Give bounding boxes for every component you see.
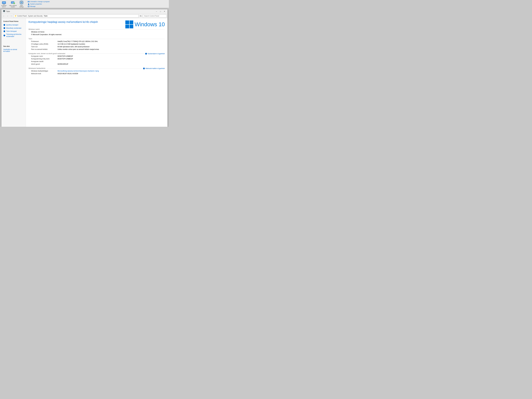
window-titlebar: 🖥️ Tizim ─ □ ✕: [1, 9, 167, 14]
address-bar: ← → ↑ 📁 Control Panel › System and Secur…: [1, 14, 167, 18]
pero-row: Pero va sensorli kiritish: Ushbu monitor…: [29, 48, 165, 50]
svg-rect-2: [3, 4, 5, 4]
copyright-text: © Microsoft Corporation. All rights rese…: [31, 34, 62, 36]
kompyuter-section: Kompyuter nomi, domen va ishchi guruh so…: [29, 53, 165, 65]
ishchi-guruh-row: Ishchi guruh: WORKGROUP: [29, 63, 165, 65]
open-settings-label: OpenSettings: [19, 5, 24, 7]
sidebar-item-qoshimcha[interactable]: Tizimning qo'shimcha sozlamalari: [1, 33, 26, 38]
svg-text:+: +: [14, 3, 14, 4]
toliq-nomi-value: DESKTOP-KJNBEGP: [57, 58, 73, 60]
shield-icon-qurilma: [3, 24, 5, 26]
maximize-button[interactable]: □: [159, 10, 162, 13]
forward-button[interactable]: →: [6, 14, 9, 18]
change-settings-button[interactable]: Sozlamalarni o'zgartirish: [145, 53, 165, 55]
search-input[interactable]: [143, 14, 167, 18]
shield-icon-qoshimcha: [3, 34, 5, 37]
sidebar-xavfsizlik-link[interactable]: Xavfsizlik va xizmat ko'rsatish: [1, 48, 26, 53]
windows-version-row: Windows 10 Home: [29, 31, 165, 33]
tizim-turi-label: Tizim turi:: [31, 46, 57, 48]
system-properties-link[interactable]: System properties: [28, 3, 50, 5]
page-header: Kompyuteringiz haqidagi asosiy ma'lumotl…: [29, 20, 165, 28]
svg-point-11: [21, 2, 22, 3]
tizim-section: Tizim Protsessor: Intel(R) Core(TM) i7-7…: [29, 38, 165, 50]
toliq-nomi-label: Kompyuterning to'liq nomi:: [31, 58, 57, 60]
window-controls: ─ □ ✕: [155, 10, 166, 13]
sidebar-item-himoya[interactable]: Tizim himoyasi: [1, 30, 26, 33]
breadcrumb-control-panel[interactable]: Control Panel: [17, 15, 27, 17]
system-window: 🖥️ Tizim ─ □ ✕ ← → ↑ 📁 Control Panel › S…: [1, 9, 168, 127]
mahsulot-change-label: Mahsulot kalitini o'zgartirish: [146, 68, 165, 70]
close-button[interactable]: ✕: [163, 10, 166, 13]
svg-rect-13: [28, 1, 29, 2]
svg-rect-1: [3, 2, 5, 3]
refresh-button[interactable]: ↻: [139, 14, 142, 18]
faollashtirilgan-label: Windows faollashtirilgan: [31, 70, 57, 72]
shield-icon-himoya: [3, 30, 5, 32]
mahsulot-icon: [143, 67, 145, 70]
protsessor-value: Intel(R) Core(TM) i7-7700HQ CPU @ 2.80GH…: [57, 40, 98, 42]
kompyuter-nomi-label: Kompyuter nomi:: [31, 55, 57, 57]
sidebar: Control Panel Home Qurilma menejeri Maso…: [1, 18, 26, 127]
kompyuter-nomi-row: Kompyuter nomi: DESKTOP-KJNBEGP: [29, 55, 165, 57]
pero-value: Ushbu monitor uchun pero va sensorli kir…: [57, 48, 99, 50]
ram-row: O'rnatilgan xotira (RAM): 12.0 GB (11.9 …: [29, 43, 165, 45]
tizim-header: Tizim: [29, 38, 165, 40]
mahsulot-kodi-row: Mahsulot kodi: 00325-96197-05191-AAOEM: [29, 73, 165, 75]
toliq-nomi-row: Kompyuterning to'liq nomi: DESKTOP-KJNBE…: [29, 58, 165, 60]
minimize-button[interactable]: ─: [155, 10, 158, 13]
faollashtirilgan-row: Windows faollashtirilgan Microsoftning d…: [29, 70, 165, 72]
mahsulot-kodi-label: Mahsulot kodi:: [31, 73, 57, 75]
content-area: Control Panel Home Qurilma menejeri Maso…: [1, 18, 167, 127]
win-tile-2: [130, 20, 133, 24]
sidebar-item-qurilma[interactable]: Qurilma menejeri: [1, 23, 26, 26]
protsessor-label: Protsessor:: [31, 40, 57, 42]
ram-value: 12.0 GB (11.9 GB foydalanish mumkin): [57, 43, 85, 45]
mahsulot-change-button[interactable]: Mahsulot kalitini o'zgartirish: [143, 67, 165, 70]
window-title-icon: 🖥️: [3, 10, 5, 13]
back-button[interactable]: ←: [2, 14, 5, 18]
page-title: Kompyuteringiz haqidagi asosiy ma'lumotl…: [29, 20, 123, 24]
breadcrumb-system-security[interactable]: System and Security: [28, 15, 43, 17]
svg-rect-3: [3, 4, 5, 5]
manage-link[interactable]: Manage: [28, 5, 50, 7]
sidebar-item-masofaviy[interactable]: Masofaviy sozlamalar: [1, 26, 26, 30]
shield-icon-masofaviy: [3, 27, 5, 29]
network-drive-icon: [2, 0, 6, 5]
add-network-icon: +: [11, 0, 15, 5]
tizim-turi-row: Tizim turi: 64-bitli operatsion tizim, x…: [29, 46, 165, 48]
taskbar-network-drive[interactable]: p networkdrive ▾: [1, 0, 6, 7]
settings-icon: [19, 0, 24, 5]
tavsifi-row: Kompyuter tavsifi:: [29, 61, 165, 62]
mahsulot-kodi-value: 00325-96197-05191-AAOEM: [57, 73, 78, 75]
windows-nashri-header: Windows nashri: [29, 28, 165, 30]
breadcrumb-icon: 📁: [14, 15, 17, 17]
taskbar: p networkdrive ▾ + Add a networklocation…: [0, 0, 169, 8]
kompyuter-header: Kompyuter nomi, domen va ishchi guruh so…: [29, 53, 165, 55]
taskbar-open-settings[interactable]: OpenSettings: [19, 0, 24, 7]
activation-link[interactable]: Microsoftning dasturiy ta'minot litsenzi…: [57, 70, 99, 72]
kompyuter-nomi-value: DESKTOP-KJNBEGP: [57, 55, 73, 57]
windows10-text: Windows 10: [135, 21, 165, 28]
copyright-row: © Microsoft Corporation. All rights rese…: [29, 34, 165, 36]
win-tile-3: [125, 25, 129, 29]
windows-logo-grid: [125, 20, 133, 28]
change-settings-label: Sozlamalarni o'zgartirish: [148, 53, 165, 55]
protsessor-row: Protsessor: Intel(R) Core(TM) i7-7700HQ …: [29, 40, 165, 42]
breadcrumb[interactable]: 📁 Control Panel › System and Security › …: [13, 14, 139, 18]
taskbar-commands: Uninstall or change a program System pro…: [28, 0, 50, 7]
pero-label: Pero va sensorli kiritish:: [31, 48, 57, 50]
up-button[interactable]: ↑: [10, 14, 13, 18]
win-tile-1: [125, 20, 129, 24]
ishchi-guruh-value: WORKGROUP: [57, 63, 68, 65]
tavsifi-label: Kompyuter tavsifi:: [31, 61, 57, 62]
ram-label: O'rnatilgan xotira (RAM):: [31, 43, 57, 45]
ishchi-guruh-label: Ishchi guruh:: [31, 63, 57, 65]
uninstall-link[interactable]: Uninstall or change a program: [28, 0, 50, 3]
activation-section: Windowsni faollashtirish Windows faollas…: [29, 67, 165, 75]
taskbar-add-network[interactable]: + Add a networklocation: [9, 0, 17, 7]
add-network-label: Add a networklocation: [9, 5, 17, 7]
windows-version: Windows 10 Home: [31, 31, 44, 33]
breadcrumb-tizim[interactable]: Tizim: [44, 15, 48, 17]
tizim-turi-value: 64-bitli operatsion tizim, x64-asosli pr…: [57, 46, 90, 48]
main-content: Kompyuteringiz haqidagi asosiy ma'lumotl…: [26, 18, 167, 127]
